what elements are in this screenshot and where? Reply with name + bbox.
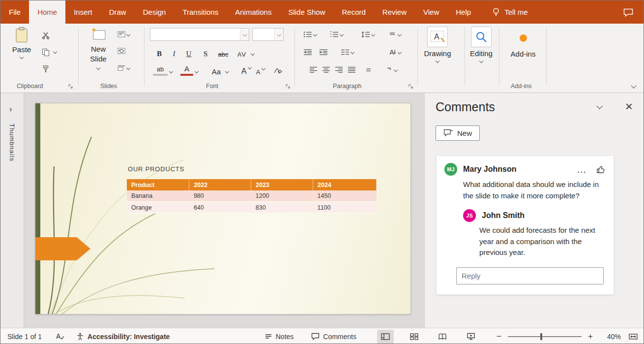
cut-button[interactable] bbox=[40, 30, 52, 41]
zoom-slider-thumb[interactable] bbox=[540, 333, 542, 340]
table-cell[interactable]: 1450 bbox=[313, 190, 377, 202]
distribute-button[interactable] bbox=[364, 64, 373, 76]
underline-button[interactable]: U bbox=[182, 46, 195, 59]
copy-button[interactable] bbox=[40, 46, 52, 58]
layout-button[interactable] bbox=[117, 29, 130, 40]
table-header-2023[interactable]: 2023 bbox=[251, 179, 313, 190]
slide-canvas[interactable]: OUR PRODUCTS Product 2022 2023 2024 Bana… bbox=[35, 103, 411, 314]
slideshow-view-button[interactable] bbox=[463, 330, 479, 344]
collapse-ribbon-button[interactable] bbox=[631, 83, 636, 88]
decrease-indent-button[interactable] bbox=[303, 46, 312, 58]
accessibility-status[interactable]: Accessibility: Investigate bbox=[76, 333, 170, 341]
justify-button[interactable] bbox=[348, 64, 356, 76]
table-cell[interactable]: Banana bbox=[127, 190, 189, 202]
zoom-in-button[interactable]: + bbox=[585, 332, 595, 342]
font-dialog-launcher[interactable] bbox=[285, 83, 292, 90]
character-spacing-button[interactable]: AV bbox=[234, 46, 249, 59]
slide-table[interactable]: Product 2022 2023 2024 Banana 980 1200 1… bbox=[127, 179, 377, 214]
comment-more-button[interactable]: … bbox=[577, 167, 587, 171]
copy-chevron-icon[interactable] bbox=[53, 50, 57, 54]
table-cell[interactable]: 1200 bbox=[251, 190, 313, 202]
change-case-button[interactable]: Aa bbox=[209, 64, 224, 77]
collapse-panel-chevron-icon[interactable] bbox=[596, 103, 603, 109]
font-name-combo[interactable] bbox=[150, 28, 249, 41]
table-cell[interactable]: Orange bbox=[127, 202, 189, 213]
drawing-button[interactable]: A Drawing bbox=[422, 27, 453, 63]
new-slide-button[interactable]: New Slide bbox=[84, 27, 113, 69]
paragraph-dialog-launcher[interactable] bbox=[408, 83, 414, 90]
tab-design[interactable]: Design bbox=[135, 0, 175, 24]
text-direction-button[interactable] bbox=[388, 46, 401, 58]
decrease-font-size-button[interactable]: A bbox=[253, 64, 263, 77]
tell-me-button[interactable]: Tell me bbox=[484, 0, 536, 24]
align-left-button[interactable] bbox=[309, 64, 318, 76]
like-button[interactable] bbox=[596, 165, 606, 174]
zoom-level[interactable]: 40% bbox=[600, 333, 621, 341]
align-right-button[interactable] bbox=[335, 64, 343, 76]
tab-view[interactable]: View bbox=[415, 0, 447, 24]
slide-title[interactable]: OUR PRODUCTS bbox=[128, 165, 184, 173]
align-text-button[interactable] bbox=[388, 29, 401, 40]
tab-review[interactable]: Review bbox=[374, 0, 415, 24]
comments-bubble-icon[interactable] bbox=[623, 8, 634, 17]
highlight-color-button[interactable]: ab bbox=[153, 64, 168, 76]
font-name-chevron-icon[interactable] bbox=[240, 29, 249, 40]
spell-check-button[interactable] bbox=[56, 333, 64, 341]
change-case-chevron-icon[interactable] bbox=[225, 69, 229, 73]
zoom-slider[interactable] bbox=[508, 333, 582, 340]
section-button[interactable] bbox=[117, 62, 130, 74]
table-cell[interactable]: 980 bbox=[189, 190, 251, 202]
new-comment-button[interactable]: New bbox=[436, 125, 480, 141]
zoom-out-button[interactable]: − bbox=[494, 332, 504, 342]
font-size-chevron-icon[interactable] bbox=[274, 29, 283, 40]
highlight-chevron-icon[interactable] bbox=[169, 69, 173, 73]
tab-home[interactable]: Home bbox=[29, 0, 65, 24]
slide-arrow-shape[interactable] bbox=[35, 237, 90, 260]
slide-indicator[interactable]: Slide 1 of 1 bbox=[7, 333, 42, 341]
font-size-combo[interactable] bbox=[252, 28, 284, 41]
character-spacing-chevron-icon[interactable] bbox=[251, 52, 255, 56]
table-header-product[interactable]: Product bbox=[127, 179, 189, 190]
font-color-chevron-icon[interactable] bbox=[195, 69, 199, 73]
tab-help[interactable]: Help bbox=[447, 0, 479, 24]
format-painter-button[interactable] bbox=[40, 63, 52, 75]
tab-file[interactable]: File bbox=[0, 0, 29, 24]
increase-indent-button[interactable] bbox=[319, 46, 328, 58]
font-color-button[interactable]: A bbox=[180, 64, 193, 76]
line-spacing-button[interactable] bbox=[361, 29, 375, 40]
comments-button[interactable]: Comments bbox=[311, 333, 356, 341]
tab-insert[interactable]: Insert bbox=[65, 0, 101, 24]
editing-button[interactable]: Editing bbox=[468, 27, 495, 63]
increase-font-size-button[interactable]: A bbox=[238, 64, 249, 77]
thumbnails-pane[interactable]: › Thumbnails bbox=[0, 93, 24, 328]
columns-button[interactable] bbox=[341, 46, 354, 58]
tab-animations[interactable]: Animations bbox=[227, 0, 280, 24]
bold-button[interactable]: B bbox=[153, 46, 166, 59]
expand-thumbnails-icon[interactable]: › bbox=[9, 105, 12, 114]
table-cell[interactable]: 640 bbox=[189, 202, 251, 213]
tab-record[interactable]: Record bbox=[333, 0, 374, 24]
thumbnails-label[interactable]: Thumbnails bbox=[8, 124, 16, 161]
paste-button[interactable]: Paste bbox=[8, 27, 35, 59]
clipboard-dialog-launcher[interactable] bbox=[67, 83, 74, 90]
table-cell[interactable]: 830 bbox=[251, 202, 313, 213]
numbered-list-button[interactable] bbox=[330, 29, 343, 40]
text-shadow-button[interactable]: S bbox=[199, 46, 212, 59]
bullet-list-button[interactable] bbox=[303, 29, 317, 40]
tab-draw[interactable]: Draw bbox=[101, 0, 135, 24]
table-header-2022[interactable]: 2022 bbox=[189, 179, 251, 190]
smartart-button[interactable] bbox=[384, 64, 397, 76]
tab-slide-show[interactable]: Slide Show bbox=[280, 0, 333, 24]
clear-formatting-button[interactable] bbox=[272, 65, 284, 77]
tab-transitions[interactable]: Transitions bbox=[174, 0, 227, 24]
table-cell[interactable]: 1100 bbox=[313, 202, 377, 213]
slide-sorter-view-button[interactable] bbox=[406, 330, 422, 344]
italic-button[interactable]: I bbox=[168, 46, 180, 59]
align-center-button[interactable] bbox=[322, 64, 330, 76]
reading-view-button[interactable] bbox=[434, 330, 451, 344]
fit-slide-button[interactable] bbox=[629, 333, 638, 340]
normal-view-button[interactable] bbox=[377, 330, 394, 344]
close-panel-button[interactable]: × bbox=[625, 100, 633, 113]
table-header-2024[interactable]: 2024 bbox=[313, 179, 377, 190]
notes-button[interactable]: Notes bbox=[264, 333, 294, 341]
